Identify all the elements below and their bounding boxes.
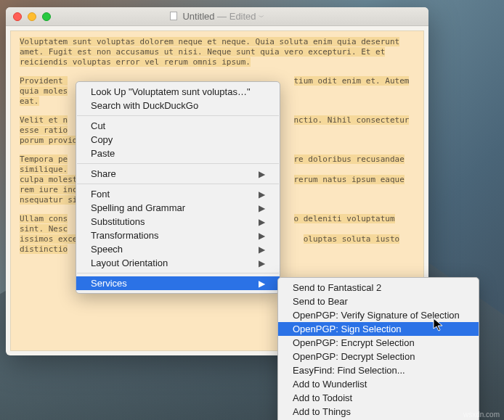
menu-separator xyxy=(77,273,279,273)
document-icon xyxy=(170,12,177,20)
chevron-right-icon: ▶ xyxy=(259,244,265,255)
menu-share[interactable]: Share▶ xyxy=(76,167,280,181)
chevron-right-icon: ▶ xyxy=(259,169,265,179)
submenu-things[interactable]: Add to Things xyxy=(278,405,479,419)
menu-separator xyxy=(77,115,279,116)
chevron-right-icon: ▶ xyxy=(259,258,265,268)
menu-separator xyxy=(77,163,279,164)
chevron-right-icon: ▶ xyxy=(259,217,265,227)
submenu-pgp-encrypt[interactable]: OpenPGP: Encrypt Selection xyxy=(278,336,479,350)
chevron-down-icon[interactable]: ﹀ xyxy=(259,14,264,20)
context-menu: Look Up "Voluptatem sunt voluptas…" Sear… xyxy=(76,81,280,294)
window-title: Untitled — Edited ﹀ xyxy=(6,11,428,22)
submenu-todoist[interactable]: Add to Todoist xyxy=(278,391,479,405)
submenu-easyfind[interactable]: EasyFind: Find Selection... xyxy=(278,363,479,377)
menu-lookup[interactable]: Look Up "Voluptatem sunt voluptas…" xyxy=(76,85,280,99)
menu-transformations[interactable]: Transformations▶ xyxy=(76,228,280,242)
submenu-wunderlist[interactable]: Add to Wunderlist xyxy=(278,377,479,391)
menu-paste[interactable]: Paste xyxy=(76,147,280,160)
menu-services[interactable]: Services▶ xyxy=(76,276,280,290)
titlebar[interactable]: Untitled — Edited ﹀ xyxy=(6,7,428,26)
chevron-right-icon: ▶ xyxy=(259,189,265,199)
chevron-right-icon: ▶ xyxy=(259,279,265,289)
menu-speech[interactable]: Speech▶ xyxy=(76,242,280,256)
chevron-right-icon: ▶ xyxy=(259,231,265,241)
menu-font[interactable]: Font▶ xyxy=(76,187,280,201)
menu-search[interactable]: Search with DuckDuckGo xyxy=(76,99,280,112)
menu-separator xyxy=(77,184,279,184)
title-subtitle: — Edited xyxy=(217,11,256,22)
submenu-bear[interactable]: Send to Bear xyxy=(278,295,479,308)
menu-layout[interactable]: Layout Orientation▶ xyxy=(76,256,280,270)
submenu-pgp-verify[interactable]: OpenPGP: Verify Signature of Selection xyxy=(278,308,479,322)
services-submenu: Send to Fantastical 2 Send to Bear OpenP… xyxy=(277,277,479,420)
menu-cut[interactable]: Cut xyxy=(76,119,280,133)
menu-substitutions[interactable]: Substitutions▶ xyxy=(76,215,280,228)
submenu-fantastical[interactable]: Send to Fantastical 2 xyxy=(278,281,479,295)
title-text: Untitled xyxy=(182,11,214,22)
submenu-pgp-sign[interactable]: OpenPGP: Sign Selection xyxy=(278,322,479,336)
submenu-pgp-decrypt[interactable]: OpenPGP: Decrypt Selection xyxy=(278,350,479,363)
menu-copy[interactable]: Copy xyxy=(76,133,280,147)
menu-spelling[interactable]: Spelling and Grammar▶ xyxy=(76,201,280,215)
chevron-right-icon: ▶ xyxy=(259,203,265,213)
watermark: wsxdn.com xyxy=(463,411,500,419)
